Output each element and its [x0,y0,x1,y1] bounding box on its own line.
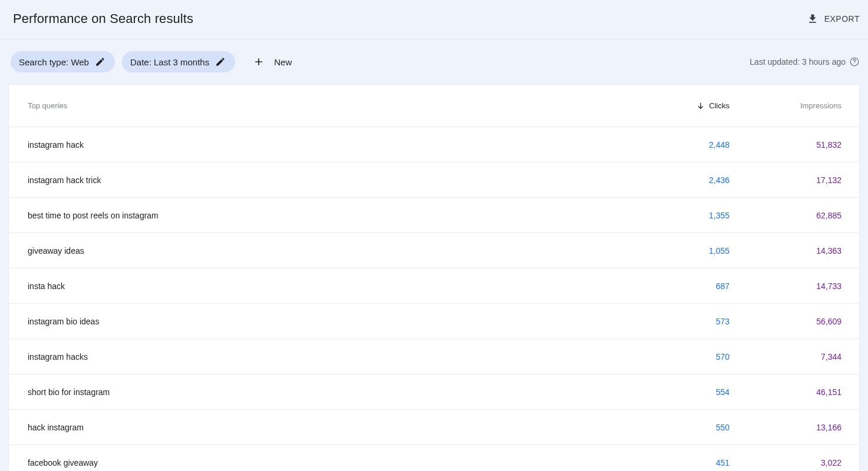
query-cell: giveaway ideas [28,246,618,256]
table-row[interactable]: instagram hacks5707,344 [9,339,859,374]
impressions-cell: 14,733 [730,281,841,291]
last-updated: Last updated: 3 hours ago [750,57,860,67]
query-cell: short bio for instagram [28,387,618,397]
table-header: Top queries Clicks Impressions [9,85,859,127]
impressions-cell: 17,132 [730,175,841,185]
impressions-cell: 3,022 [730,458,841,467]
clicks-cell: 2,436 [618,175,730,185]
impressions-value: 13,166 [816,423,841,432]
new-label: New [274,57,292,67]
help-icon[interactable] [849,57,860,67]
query-cell: instagram hack trick [28,175,618,185]
queries-table: Top queries Clicks Impressions instagram… [8,84,860,471]
clicks-value: 687 [716,281,730,291]
page-header: Performance on Search results EXPORT [0,0,868,39]
impressions-value: 14,733 [816,281,841,291]
clicks-cell: 1,055 [618,246,730,256]
export-label: EXPORT [824,14,860,24]
table-body: instagram hack2,44851,832instagram hack … [9,127,859,471]
filter-chips: Search type: Web Date: Last 3 months New [11,51,298,72]
table-row[interactable]: best time to post reels on instagram1,35… [9,198,859,233]
clicks-cell: 687 [618,281,730,291]
column-header-query[interactable]: Top queries [28,101,618,110]
impressions-value: 56,609 [816,317,841,326]
clicks-value: 1,055 [709,246,730,256]
impressions-cell: 7,344 [730,352,841,361]
download-icon [807,13,819,25]
export-button[interactable]: EXPORT [807,9,860,28]
impressions-value: 51,832 [816,140,841,150]
new-filter-button[interactable]: New [247,51,298,72]
clicks-cell: 2,448 [618,140,730,150]
date-range-chip[interactable]: Date: Last 3 months [122,51,235,72]
query-cell: hack instagram [28,423,618,432]
impressions-value: 17,132 [816,175,841,185]
query-cell: best time to post reels on instagram [28,211,618,220]
plus-icon [253,56,265,68]
column-header-impressions[interactable]: Impressions [730,101,841,110]
impressions-cell: 13,166 [730,423,841,432]
table-row[interactable]: giveaway ideas1,05514,363 [9,233,859,268]
clicks-cell: 554 [618,387,730,397]
clicks-value: 573 [716,317,730,326]
search-type-label: Search type: Web [19,57,89,67]
arrow-down-icon [696,101,705,111]
table-row[interactable]: insta hack68714,733 [9,268,859,304]
clicks-value: 2,436 [709,175,730,185]
impressions-value: 3,022 [821,458,841,467]
pencil-icon [215,57,226,67]
svg-point-1 [854,64,855,64]
table-row[interactable]: instagram hack2,44851,832 [9,127,859,162]
column-header-clicks[interactable]: Clicks [618,101,730,111]
table-row[interactable]: instagram hack trick2,43617,132 [9,162,859,198]
clicks-cell: 550 [618,423,730,432]
impressions-value: 46,151 [816,387,841,397]
table-row[interactable]: facebook giveaway4513,022 [9,445,859,471]
clicks-cell: 1,355 [618,211,730,220]
filter-bar: Search type: Web Date: Last 3 months New… [0,39,868,84]
clicks-cell: 451 [618,458,730,467]
date-range-label: Date: Last 3 months [130,57,209,67]
last-updated-text: Last updated: 3 hours ago [750,57,846,67]
clicks-cell: 573 [618,317,730,326]
search-type-chip[interactable]: Search type: Web [11,51,115,72]
clicks-value: 570 [716,352,730,361]
query-cell: insta hack [28,281,618,291]
table-row[interactable]: hack instagram55013,166 [9,410,859,445]
clicks-value: 451 [716,458,730,467]
impressions-cell: 62,885 [730,211,841,220]
pencil-icon [95,57,105,67]
impressions-cell: 56,609 [730,317,841,326]
impressions-value: 14,363 [816,246,841,256]
query-cell: instagram hack [28,140,618,150]
impressions-cell: 46,151 [730,387,841,397]
query-cell: instagram bio ideas [28,317,618,326]
query-cell: facebook giveaway [28,458,618,467]
impressions-cell: 14,363 [730,246,841,256]
table-row[interactable]: instagram bio ideas57356,609 [9,304,859,339]
impressions-value: 7,344 [821,352,841,361]
table-row[interactable]: short bio for instagram55446,151 [9,374,859,410]
clicks-value: 2,448 [709,140,730,150]
query-cell: instagram hacks [28,352,618,361]
clicks-cell: 570 [618,352,730,361]
impressions-cell: 51,832 [730,140,841,150]
clicks-value: 550 [716,423,730,432]
impressions-value: 62,885 [816,211,841,220]
clicks-header-label: Clicks [709,101,730,110]
page-title: Performance on Search results [13,11,193,26]
clicks-value: 1,355 [709,211,730,220]
clicks-value: 554 [716,387,730,397]
